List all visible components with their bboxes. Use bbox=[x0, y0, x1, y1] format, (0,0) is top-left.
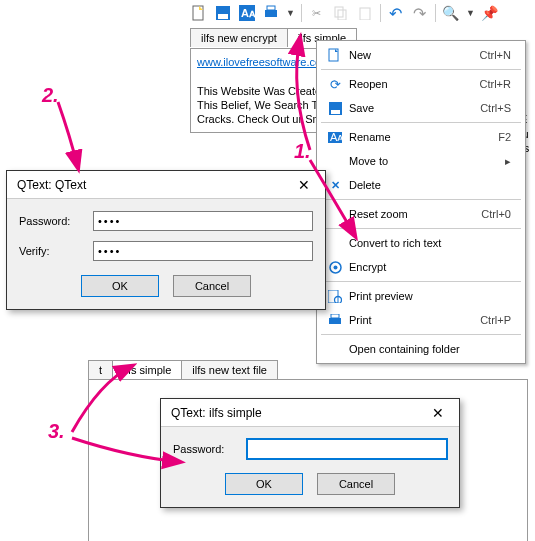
svg-text:Aᴀ: Aᴀ bbox=[241, 7, 255, 19]
toolbar: Aᴀ ▼ ✂ ↶ ↷ 🔍▼ 📌 bbox=[186, 0, 503, 26]
password-enter-dialog: QText: ilfs simple ✕ Password: OK Cancel bbox=[160, 398, 460, 508]
password-field[interactable] bbox=[247, 439, 447, 459]
menu-label: Encrypt bbox=[345, 261, 511, 273]
annotation-2: 2. bbox=[42, 84, 59, 107]
cut-icon[interactable]: ✂ bbox=[308, 4, 326, 22]
menu-separator bbox=[321, 199, 521, 200]
svg-rect-3 bbox=[218, 14, 228, 19]
svg-rect-14 bbox=[331, 110, 340, 114]
print-icon bbox=[325, 314, 345, 327]
separator bbox=[435, 4, 436, 22]
menu-label: Reopen bbox=[345, 78, 480, 90]
paste-icon[interactable] bbox=[356, 4, 374, 22]
undo-icon[interactable]: ↶ bbox=[387, 4, 405, 22]
menu-shortcut: F2 bbox=[498, 131, 517, 143]
menu-item-encrypt[interactable]: Encrypt bbox=[319, 255, 523, 279]
svg-rect-10 bbox=[360, 8, 370, 20]
menu-label: Open containing folder bbox=[345, 343, 511, 355]
menu-item-save[interactable]: SaveCtrl+S bbox=[319, 96, 523, 120]
svg-text:Aᴀ: Aᴀ bbox=[330, 132, 342, 143]
close-icon[interactable]: ✕ bbox=[289, 177, 319, 193]
menu-item-new[interactable]: NewCtrl+N bbox=[319, 43, 523, 67]
text-size-icon[interactable]: Aᴀ bbox=[238, 4, 256, 22]
menu-label: Delete bbox=[345, 179, 511, 191]
preview-icon bbox=[325, 290, 345, 303]
tab-ilfs-new-text-file[interactable]: ilfs new text file bbox=[181, 360, 278, 379]
menu-label: Move to bbox=[345, 155, 505, 167]
context-menu: NewCtrl+N⟳ReopenCtrl+RSaveCtrl+SAᴀRename… bbox=[316, 40, 526, 364]
menu-separator bbox=[321, 281, 521, 282]
verify-label: Verify: bbox=[19, 245, 93, 257]
svg-rect-22 bbox=[331, 314, 339, 318]
svg-rect-9 bbox=[338, 10, 346, 20]
ok-button[interactable]: OK bbox=[225, 473, 303, 495]
menu-shortcut: Ctrl+R bbox=[480, 78, 517, 90]
delete-icon: ✕ bbox=[325, 179, 345, 192]
new-file-icon bbox=[325, 48, 345, 62]
encrypt-icon bbox=[325, 261, 345, 274]
annotation-arrow-2 bbox=[40, 96, 100, 176]
cancel-button[interactable]: Cancel bbox=[173, 275, 251, 297]
menu-separator bbox=[321, 228, 521, 229]
pin-icon[interactable]: 📌 bbox=[481, 4, 499, 22]
annotation-3: 3. bbox=[48, 420, 65, 443]
password-set-dialog: QText: QText ✕ Password: Verify: OK Canc… bbox=[6, 170, 326, 310]
menu-shortcut: Ctrl+0 bbox=[481, 208, 517, 220]
document-link[interactable]: www.ilovefreesoftware.co bbox=[197, 56, 321, 68]
menu-shortcut: Ctrl+S bbox=[480, 102, 517, 114]
annotation-1: 1. bbox=[294, 140, 311, 163]
tab-ilfs-new-encrypt[interactable]: ilfs new encrypt bbox=[190, 28, 288, 47]
menu-separator bbox=[321, 69, 521, 70]
password-label: Password: bbox=[19, 215, 93, 227]
print-icon[interactable] bbox=[262, 4, 280, 22]
menu-item-reopen[interactable]: ⟳ReopenCtrl+R bbox=[319, 72, 523, 96]
menu-separator bbox=[321, 334, 521, 335]
tab-ilfs-simple[interactable]: ilfs simple bbox=[112, 360, 182, 379]
tab-t[interactable]: t bbox=[88, 360, 113, 379]
save-icon bbox=[325, 102, 345, 115]
copy-icon[interactable] bbox=[332, 4, 350, 22]
svg-rect-8 bbox=[335, 7, 343, 17]
menu-label: New bbox=[345, 49, 480, 61]
document-text: This Website Was Created This Belief, We… bbox=[197, 85, 327, 126]
menu-label: Reset zoom bbox=[345, 208, 481, 220]
new-file-icon[interactable] bbox=[190, 4, 208, 22]
redo-icon[interactable]: ↷ bbox=[411, 4, 429, 22]
separator bbox=[301, 4, 302, 22]
menu-shortcut: ▸ bbox=[505, 155, 517, 168]
rename-icon: Aᴀ bbox=[325, 132, 345, 143]
dropdown-icon[interactable]: ▼ bbox=[466, 8, 475, 18]
menu-item-print[interactable]: PrintCtrl+P bbox=[319, 308, 523, 332]
menu-separator bbox=[321, 122, 521, 123]
password-label: Password: bbox=[173, 443, 247, 455]
save-icon[interactable] bbox=[214, 4, 232, 22]
svg-rect-0 bbox=[193, 6, 203, 20]
menu-label: Convert to rich text bbox=[345, 237, 511, 249]
svg-point-18 bbox=[333, 265, 337, 269]
menu-item-reset-zoom[interactable]: Reset zoomCtrl+0 bbox=[319, 202, 523, 226]
menu-label: Rename bbox=[345, 131, 498, 143]
menu-item-open-containing-folder[interactable]: Open containing folder bbox=[319, 337, 523, 361]
menu-shortcut: Ctrl+N bbox=[480, 49, 517, 61]
menu-item-convert-to-rich-text[interactable]: Convert to rich text bbox=[319, 231, 523, 255]
close-icon[interactable]: ✕ bbox=[423, 405, 453, 421]
password-field[interactable] bbox=[93, 211, 313, 231]
menu-label: Print bbox=[345, 314, 480, 326]
dialog-title: QText: QText bbox=[17, 178, 86, 192]
cancel-button[interactable]: Cancel bbox=[317, 473, 395, 495]
menu-item-rename[interactable]: AᴀRenameF2 bbox=[319, 125, 523, 149]
reopen-icon: ⟳ bbox=[325, 77, 345, 92]
verify-field[interactable] bbox=[93, 241, 313, 261]
search-icon[interactable]: 🔍 bbox=[442, 4, 460, 22]
dropdown-icon[interactable]: ▼ bbox=[286, 8, 295, 18]
separator bbox=[380, 4, 381, 22]
menu-label: Save bbox=[345, 102, 480, 114]
svg-rect-21 bbox=[329, 318, 341, 324]
svg-rect-7 bbox=[267, 6, 275, 10]
menu-item-move-to[interactable]: Move to▸ bbox=[319, 149, 523, 173]
menu-shortcut: Ctrl+P bbox=[480, 314, 517, 326]
menu-item-print-preview[interactable]: Print preview bbox=[319, 284, 523, 308]
ok-button[interactable]: OK bbox=[81, 275, 159, 297]
menu-item-delete[interactable]: ✕Delete bbox=[319, 173, 523, 197]
menu-label: Print preview bbox=[345, 290, 511, 302]
